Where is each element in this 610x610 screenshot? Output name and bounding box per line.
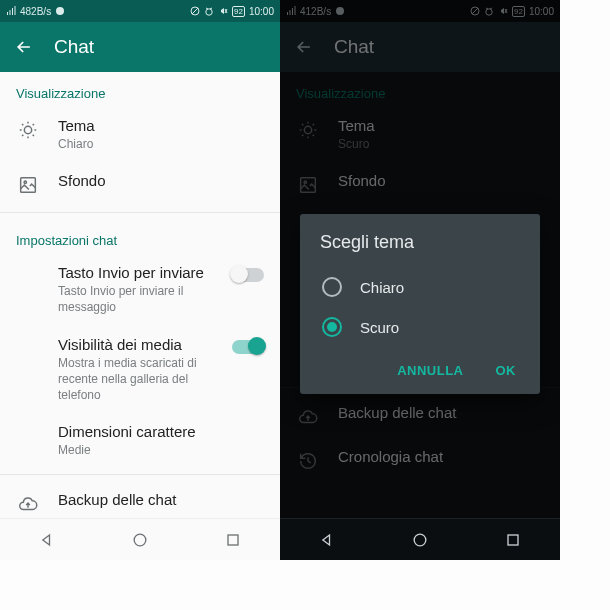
radio-icon (322, 277, 342, 297)
screen-light: 482B/s 92 10:00 Chat Visualizzazione Tem… (0, 0, 280, 560)
font-size-label: Dimensioni carattere (58, 423, 264, 440)
nav-bar (0, 518, 280, 560)
app-header: Chat (0, 22, 280, 72)
svg-rect-21 (508, 535, 518, 545)
svg-point-0 (56, 7, 64, 15)
mute-icon (218, 6, 228, 16)
wallpaper-icon (17, 174, 39, 196)
page-title: Chat (54, 36, 94, 58)
section-chat-settings: Impostazioni chat (0, 219, 280, 254)
row-media-visibility[interactable]: Visibilità dei media Mostra i media scar… (0, 326, 280, 414)
screen-dark: 412B/s 92 10:00 Chat Visualizzazione Tem… (280, 0, 560, 560)
status-bar: 482B/s 92 10:00 (0, 0, 280, 22)
bubble-icon (55, 6, 65, 16)
nav-recent-icon[interactable] (503, 530, 523, 550)
row-wallpaper[interactable]: Sfondo (0, 162, 280, 206)
enter-send-sub: Tasto Invio per inviare il messaggio (58, 283, 214, 315)
svg-point-9 (134, 534, 146, 546)
enter-send-label: Tasto Invio per inviare (58, 264, 214, 281)
back-icon[interactable] (14, 37, 34, 57)
section-visualization: Visualizzazione (0, 72, 280, 107)
nav-bar (280, 518, 560, 560)
alarm-icon (204, 6, 214, 16)
font-size-value: Medie (58, 442, 264, 458)
svg-line-2 (192, 8, 198, 14)
theme-icon (17, 119, 39, 141)
theme-option-dark[interactable]: Scuro (320, 307, 520, 347)
svg-point-20 (414, 534, 426, 546)
media-vis-label: Visibilità dei media (58, 336, 214, 353)
svg-point-6 (24, 126, 31, 133)
row-font-size[interactable]: Dimensioni carattere Medie (0, 413, 280, 468)
theme-dialog: Scegli tema Chiaro Scuro ANNULLA OK (300, 214, 540, 394)
signal-icon (6, 6, 16, 16)
svg-point-3 (206, 9, 212, 15)
dnd-icon (190, 6, 200, 16)
theme-label: Tema (58, 117, 264, 134)
divider (0, 212, 280, 213)
backup-label: Backup delle chat (58, 491, 264, 508)
radio-icon (322, 317, 342, 337)
net-speed: 482B/s (20, 6, 51, 17)
theme-option-light[interactable]: Chiaro (320, 267, 520, 307)
divider (0, 474, 280, 475)
row-theme[interactable]: Tema Chiaro (0, 107, 280, 162)
media-vis-sub: Mostra i media scaricati di recente nell… (58, 355, 214, 404)
nav-recent-icon[interactable] (223, 530, 243, 550)
battery-icon: 92 (232, 6, 245, 17)
ok-button[interactable]: OK (492, 357, 521, 384)
theme-value: Chiaro (58, 136, 264, 152)
option-label: Chiaro (360, 279, 404, 296)
option-label: Scuro (360, 319, 399, 336)
row-enter-send[interactable]: Tasto Invio per inviare Tasto Invio per … (0, 254, 280, 325)
media-vis-toggle[interactable] (232, 340, 264, 354)
cancel-button[interactable]: ANNULLA (393, 357, 467, 384)
clock-text: 10:00 (249, 6, 274, 17)
dialog-title: Scegli tema (320, 232, 520, 253)
nav-back-icon[interactable] (37, 530, 57, 550)
svg-rect-10 (228, 535, 238, 545)
enter-send-toggle[interactable] (232, 268, 264, 282)
nav-home-icon[interactable] (130, 530, 150, 550)
nav-home-icon[interactable] (410, 530, 430, 550)
wallpaper-label: Sfondo (58, 172, 264, 189)
nav-back-icon[interactable] (317, 530, 337, 550)
svg-point-8 (24, 181, 26, 183)
cloud-icon (17, 493, 39, 515)
